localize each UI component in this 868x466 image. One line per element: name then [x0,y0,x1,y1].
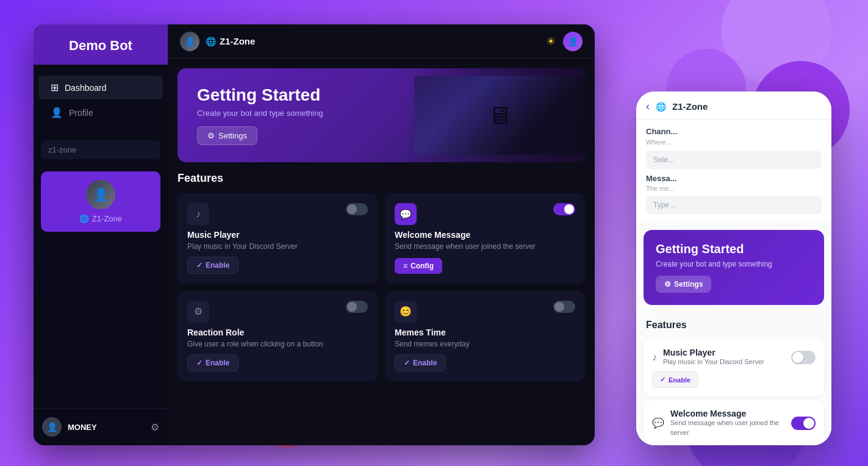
music-player-icon: ♪ [187,203,209,225]
reaction-role-enable-button[interactable]: ✓ Enable [187,354,239,371]
theme-toggle-icon[interactable]: ☀ [546,35,556,48]
welcome-message-title: Welcome Message [395,230,575,240]
reaction-role-toggle[interactable] [346,301,368,313]
reaction-role-footer: ✓ Enable [187,354,368,371]
mobile-globe-icon: 🌐 [656,102,666,112]
mobile-music-player-info: ♪ Music Player Play music in Your Discor… [652,348,764,367]
reaction-role-body: Reaction Role Give user a role when clic… [187,328,368,349]
memes-time-footer: ✓ Enable [395,354,575,371]
music-player-toggle[interactable] [346,203,368,215]
music-player-desc: Play music in Your Discord Server [187,242,368,252]
mobile-music-player-toggle[interactable] [791,351,816,364]
getting-started-banner: 🖥 Getting Started Create your bot and ty… [178,68,585,162]
mobile-settings-button[interactable]: ⚙ Settings [656,276,711,293]
mobile-topbar: ‹ 🌐 Z1-Zone [636,91,831,120]
sidebar-dashboard-label: Dashboard [65,83,107,93]
topbar-right: ☀ 👤 [546,32,583,51]
mobile-music-player-footer: ✓ Enable [652,371,816,388]
mobile-message-label: Messa... [646,174,822,183]
welcome-message-config-button[interactable]: ≡ Config [395,258,442,274]
mobile-welcome-header: 💬 Welcome Message Send message when user… [652,409,816,437]
topbar-server-name: 🌐 Z1-Zone [206,36,255,46]
mobile-music-player-title: Music Player [663,348,764,357]
mobile-channel-label: Chann... [646,127,822,136]
enable-check-icon: ✓ [196,261,203,270]
mobile-back-button[interactable]: ‹ [646,100,650,113]
mobile-partial-bg: Chann... Where... Sele... Messa... The m… [636,120,831,223]
music-player-body: Music Player Play music in Your Discord … [187,230,368,252]
settings-icon: ⚙ [207,131,215,140]
mobile-settings-icon: ⚙ [664,280,671,289]
reaction-role-desc: Give user a role when clicking on a butt… [187,339,368,349]
topbar: 👤 🌐 Z1-Zone ☀ 👤 [168,24,595,59]
mobile-getting-started-banner: Getting Started Create your bot and type… [644,230,824,305]
enable-check-icon-3: ✓ [404,359,410,367]
features-title: Features [178,172,585,185]
mobile-music-player-desc: Play music in Your Discord Server [663,357,764,367]
welcome-message-icon: 💬 [395,203,417,225]
desktop-window: Demo Bot ⊞ Dashboard 👤 Profile 👤 🌐 Z1-Zo… [34,24,595,445]
mobile-enable-icon: ✓ [660,376,665,384]
welcome-message-footer: ≡ Config [395,258,575,274]
topbar-user-avatar[interactable]: 👤 [563,32,583,51]
sidebar-item-dashboard[interactable]: ⊞ Dashboard [38,76,163,99]
sidebar-item-profile[interactable]: 👤 Profile [38,101,163,124]
mobile-select-dropdown[interactable]: Sele... [646,151,822,169]
mobile-welcome-desc: Send message when user joined the server [670,418,791,437]
sidebar-nav: ⊞ Dashboard 👤 Profile [34,65,168,135]
search-input[interactable] [41,140,160,159]
blob-top-right [722,0,831,85]
reaction-role-header: ⚙ [187,301,368,323]
music-player-title: Music Player [187,230,368,240]
memes-time-title: Memes Time [395,328,575,337]
music-player-header: ♪ [187,203,368,225]
features-grid: ♪ Music Player Play music in Your Discor… [178,193,585,381]
mobile-type-input[interactable]: Type ... [646,196,822,214]
mobile-channel-where: Where... [646,138,822,146]
feature-card-memes-time: 😊 Memes Time Send memes everyday ✓ Enabl… [385,291,585,381]
feature-card-reaction-role: ⚙ Reaction Role Give user a role when cl… [178,291,378,381]
mobile-features-label: Features [636,312,831,335]
mobile-server-name: Z1-Zone [672,101,708,112]
server-name-label: 🌐 Z1-Zone [79,214,122,223]
memes-time-toggle[interactable] [553,301,575,313]
welcome-message-desc: Send message when user joined the server [395,242,575,252]
mobile-feature-card-music-player: ♪ Music Player Play music in Your Discor… [644,339,824,396]
reaction-role-title: Reaction Role [187,328,368,337]
welcome-message-toggle[interactable] [553,203,575,215]
welcome-message-body: Welcome Message Send message when user j… [395,230,575,253]
mobile-message-desc: The me... [646,185,822,192]
memes-time-desc: Send memes everyday [395,339,575,349]
music-player-footer: ✓ Enable [187,257,368,274]
mobile-music-player-header: ♪ Music Player Play music in Your Discor… [652,348,816,367]
memes-time-enable-button[interactable]: ✓ Enable [395,354,446,371]
mobile-welcome-icon: 💬 [652,417,664,429]
config-list-icon: ≡ [403,262,407,270]
banner-title: Getting Started [197,85,565,105]
main-content: 👤 🌐 Z1-Zone ☀ 👤 🖥 Getting Started Create… [168,24,595,445]
profile-icon: 👤 [51,107,63,118]
features-section: Features ♪ Music Player Play music in Yo… [168,172,595,445]
topbar-server-avatar: 👤 [180,32,199,51]
sidebar-server-card[interactable]: 👤 🌐 Z1-Zone [41,171,160,232]
memes-time-body: Memes Time Send memes everyday [395,328,575,349]
topbar-globe-icon: 🌐 [206,37,216,46]
mobile-music-icon: ♪ [652,352,657,363]
sidebar-profile-label: Profile [69,108,93,118]
dashboard-icon: ⊞ [51,82,59,93]
banner-subtitle: Create your bot and type something [197,109,565,118]
mobile-music-enable-button[interactable]: ✓ Enable [652,371,698,388]
footer-username: MONEY [68,423,145,432]
mobile-content: Chann... Where... Sele... Messa... The m… [636,120,831,445]
banner-settings-button[interactable]: ⚙ Settings [197,126,257,145]
memes-time-header: 😊 [395,301,575,323]
footer-avatar: 👤 [42,417,62,437]
app-title: Demo Bot [69,38,132,53]
mobile-mockup: ‹ 🌐 Z1-Zone Chann... Where... Sele... Me… [636,91,831,445]
sidebar-logo-area: Demo Bot [34,24,168,65]
mobile-welcome-title: Welcome Message [670,409,791,418]
mobile-feature-card-welcome-message: 💬 Welcome Message Send message when user… [644,400,824,445]
music-player-enable-button[interactable]: ✓ Enable [187,257,239,274]
settings-gear-icon[interactable]: ⚙ [151,421,159,433]
mobile-welcome-toggle[interactable] [791,417,816,430]
